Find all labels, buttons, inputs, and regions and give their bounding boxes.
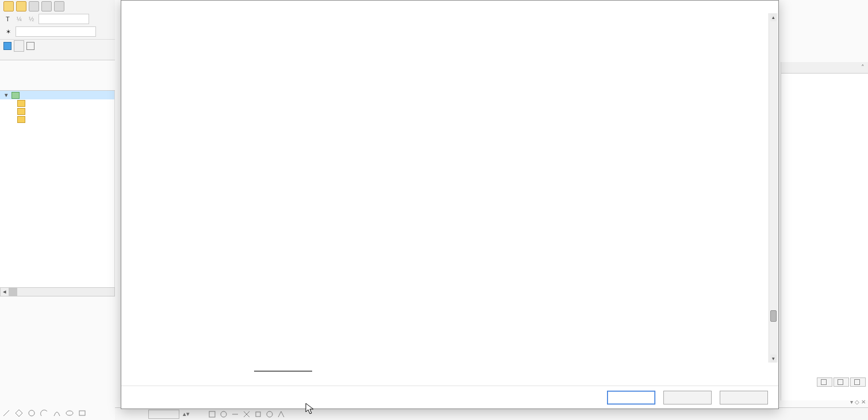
chevron-up-icon[interactable]: ˄ [861, 64, 865, 71]
right-tabs [817, 377, 866, 387]
tree-item-symbol[interactable] [0, 115, 114, 124]
rect-icon[interactable] [78, 409, 86, 417]
dialog-button-bar [121, 386, 778, 409]
curve-icon[interactable] [53, 409, 61, 417]
svg-line-0 [3, 410, 9, 416]
tool-icon[interactable] [220, 410, 228, 418]
cancel-button[interactable] [663, 391, 712, 404]
svg-marker-1 [16, 410, 22, 417]
ellipse-icon[interactable] [66, 409, 74, 417]
ecad-icon [26, 42, 34, 50]
scroll-thumb[interactable] [770, 310, 777, 322]
circle-icon[interactable] [28, 409, 36, 417]
line-icon[interactable] [2, 409, 10, 417]
tool-icon[interactable] [266, 410, 274, 418]
status-bar: ▴▾ [115, 407, 868, 420]
polygon-icon[interactable] [15, 409, 23, 417]
zoom-input[interactable] [148, 410, 179, 419]
tab-component-symbol[interactable] [0, 78, 9, 90]
save-icon[interactable] [29, 1, 39, 11]
top-toolbar: T ¼ ½ ✶ [0, 0, 115, 60]
tool-icon[interactable] [231, 410, 239, 418]
doc-icon[interactable] [54, 1, 64, 11]
type-dropdown-list[interactable] [254, 371, 312, 372]
svg-point-9 [267, 411, 272, 417]
cloud-icon [3, 42, 11, 50]
ecad-label [37, 45, 41, 47]
folder-icon [17, 100, 25, 107]
tab-icon [854, 379, 860, 385]
grid-container: ▴ ▾ [121, 1, 778, 386]
scroll-down-icon[interactable]: ▾ [770, 355, 777, 363]
folder-icon [17, 108, 25, 115]
attributes-dialog: ▴ ▾ [121, 0, 779, 409]
svg-point-6 [221, 411, 226, 417]
tab-icon [838, 379, 843, 385]
tree-root-in-use[interactable]: ▾ [0, 91, 114, 99]
stepper-icon[interactable]: ▴▾ [183, 410, 190, 418]
tab-misc[interactable] [834, 377, 849, 387]
svg-rect-8 [256, 412, 260, 417]
fraction-icon[interactable]: ½ [26, 14, 36, 24]
database-icon [11, 92, 20, 99]
tree-item-model[interactable] [0, 107, 114, 115]
tool-icon[interactable] [243, 410, 251, 418]
drawing-tools [2, 409, 86, 417]
tree-h-scrollbar[interactable]: ◂ [0, 287, 115, 296]
left-tabset [0, 78, 115, 91]
vertical-scrollbar[interactable]: ▴ ▾ [769, 13, 778, 363]
folder-icon[interactable] [16, 1, 26, 11]
tab-icon [821, 379, 827, 385]
tree-collapse-icon[interactable]: ▾ [3, 91, 9, 99]
scroll-up-icon[interactable]: ▴ [770, 13, 777, 21]
svg-point-3 [66, 411, 73, 415]
mouse-cursor-icon [305, 403, 316, 415]
component-cloud-button[interactable] [14, 40, 24, 52]
tab-symbol[interactable] [817, 377, 832, 387]
tree-item-component[interactable] [0, 99, 114, 107]
doc-icon[interactable] [41, 1, 52, 11]
svg-rect-5 [209, 411, 215, 417]
ok-button[interactable] [607, 391, 655, 404]
text-tool-icon[interactable]: T [3, 14, 12, 24]
folder-icon [17, 116, 25, 123]
tool-icon[interactable] [254, 410, 262, 418]
characteristic-panel: ˄ [781, 62, 868, 400]
tool-icon[interactable] [277, 410, 285, 418]
folder-icon[interactable] [3, 1, 14, 11]
svg-rect-4 [79, 411, 85, 415]
arc-icon[interactable] [40, 409, 48, 417]
help-button[interactable] [720, 391, 768, 404]
tool-icon[interactable] [208, 410, 216, 418]
tab-info-column[interactable] [9, 78, 18, 90]
svg-point-2 [29, 410, 34, 416]
node-icon[interactable]: ✶ [3, 27, 13, 37]
tree-panel: ▾ [0, 91, 115, 288]
fraction-icon[interactable]: ¼ [14, 14, 24, 24]
node-directions-input[interactable] [16, 26, 96, 37]
panel-window-controls[interactable]: ▾ ◇ ✕ [850, 399, 866, 405]
text-fix-input[interactable] [39, 14, 89, 24]
tab-model[interactable] [850, 377, 866, 387]
